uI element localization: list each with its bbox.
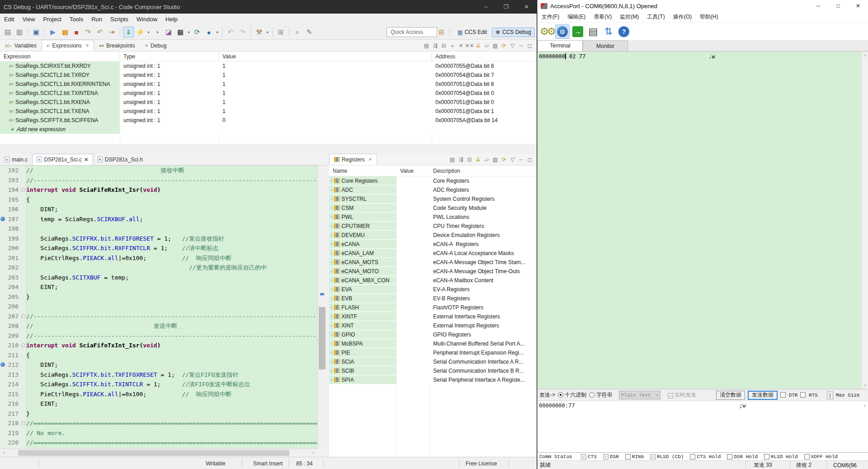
fold-margin[interactable]: −: [20, 418, 26, 428]
fold-margin[interactable]: [20, 389, 26, 399]
step-over-icon[interactable]: ↶: [94, 27, 105, 38]
expander-icon[interactable]: ›: [331, 222, 332, 231]
register-row[interactable]: ›XINTFExternal Interface Registers: [329, 312, 537, 321]
register-row[interactable]: ›SYSCTRLSystem Control Registers: [329, 194, 537, 204]
breakpoint-margin[interactable]: [0, 166, 5, 175]
register-row[interactable]: ›XINTExternal Interrupt Registers: [329, 321, 537, 330]
radio-hex[interactable]: 十六进制: [558, 391, 586, 399]
menu-item-view[interactable]: View: [18, 14, 39, 25]
fold-margin[interactable]: [20, 243, 26, 253]
pin-icon[interactable]: ▨: [491, 156, 500, 164]
fold-margin[interactable]: [20, 224, 26, 234]
register-row[interactable]: ›ADCADC Registers: [329, 185, 537, 194]
radio-string[interactable]: 字符串: [589, 391, 612, 399]
fold-margin[interactable]: [20, 234, 26, 244]
send-icon[interactable]: →: [571, 24, 585, 39]
fold-margin[interactable]: [20, 360, 26, 370]
breakpoint-margin[interactable]: [0, 195, 5, 205]
remove-icon[interactable]: ✕: [457, 42, 465, 50]
link-with-icon[interactable]: ⇶: [431, 42, 439, 50]
search-icon[interactable]: ⌕: [292, 27, 303, 38]
breakpoint-margin[interactable]: [0, 234, 5, 244]
fold-margin[interactable]: [20, 195, 26, 205]
build-hammer-icon[interactable]: ⚒: [254, 27, 264, 38]
sphere-dropdown-icon[interactable]: ▾: [215, 30, 220, 34]
fold-margin[interactable]: [20, 204, 26, 214]
sync-icon[interactable]: ⇅: [601, 24, 616, 39]
breakpoint-icon[interactable]: [0, 217, 5, 221]
expander-icon[interactable]: ›: [331, 204, 332, 213]
breakpoint-margin[interactable]: [0, 409, 5, 419]
register-row[interactable]: ›CPUTIMERCPU Timer Registers: [329, 222, 537, 231]
breakpoint-margin[interactable]: [0, 418, 5, 428]
dtr-checkbox[interactable]: DTR: [780, 392, 797, 398]
menu-item-h[interactable]: 帮助(H): [696, 12, 722, 22]
expander-icon[interactable]: ›: [331, 357, 332, 366]
column-value[interactable]: Value: [396, 166, 429, 176]
minimize-icon[interactable]: ─: [517, 42, 525, 50]
fold-margin[interactable]: [20, 166, 26, 175]
expander-icon[interactable]: ›: [331, 267, 332, 276]
editor-tab-dsp281x-sci-h[interactable]: hDSP281x_Sci.h: [93, 154, 147, 165]
scroll-down-icon[interactable]: ∨: [862, 382, 868, 389]
expander-icon[interactable]: ›: [331, 176, 332, 185]
register-row[interactable]: ›GPIOGPIO Registers: [329, 330, 537, 339]
register-row[interactable]: ›eCANA_MOTSeCAN-A Message Object Time St…: [329, 258, 537, 267]
editor-hscrollbar[interactable]: ‹ ›: [0, 449, 317, 457]
breakpoint-margin[interactable]: [0, 185, 5, 195]
tab-breakpoints[interactable]: ●●Breakpoints: [94, 40, 140, 51]
breakpoint-margin[interactable]: [0, 341, 5, 351]
breakpoint-margin[interactable]: [0, 321, 5, 331]
register-row[interactable]: ›EVAEV-A Registers: [329, 285, 537, 294]
fold-margin[interactable]: [20, 331, 26, 341]
breakpoint-margin[interactable]: [0, 331, 5, 341]
scroll-thumb[interactable]: [18, 450, 289, 456]
expander-icon[interactable]: ›: [331, 303, 332, 312]
breakpoint-margin[interactable]: [0, 351, 5, 360]
expander-icon[interactable]: ›: [331, 276, 332, 285]
expander-icon[interactable]: ›: [331, 339, 332, 348]
expander-icon[interactable]: ›: [331, 231, 332, 240]
register-row[interactable]: ›EVBEV-B Registers: [329, 294, 537, 303]
register-row[interactable]: ›McBSPAMulti-Channel Buffered Serial Por…: [329, 339, 537, 348]
clear-data-button[interactable]: 清空数据: [716, 391, 745, 400]
expression-row[interactable]: (x)=SciaRegs.SCICTL1.bit.RXERRINTENAunsi…: [0, 80, 537, 89]
perspective-ccs-debug[interactable]: ✱ CCS Debug: [492, 28, 535, 37]
breakpoint-margin[interactable]: [0, 399, 5, 409]
expander-icon[interactable]: ›: [331, 194, 332, 204]
terminal-vscrollbar[interactable]: ∧ ∨: [861, 52, 868, 389]
menu-item-m[interactable]: 监控(M): [616, 12, 643, 22]
expression-row[interactable]: (x)=SciaRegs.SCICTL2.bit.TXINTENAunsigne…: [0, 89, 537, 98]
breakpoint-annotation[interactable]: [320, 293, 324, 295]
fold-margin[interactable]: −: [20, 185, 26, 195]
fold-margin[interactable]: [20, 302, 26, 312]
column-value[interactable]: Value: [219, 52, 432, 62]
fold-margin[interactable]: [20, 379, 26, 389]
power-icon[interactable]: ⊙: [555, 24, 570, 39]
refresh-icon[interactable]: ⟳: [192, 27, 203, 38]
register-row[interactable]: ›SCIASerial Communication Interface A R.…: [329, 357, 537, 366]
maximize-button[interactable]: □: [828, 0, 848, 12]
breakpoint-margin[interactable]: [0, 214, 5, 224]
menu-item-scripts[interactable]: Scripts: [106, 14, 132, 25]
scroll-left-icon[interactable]: ‹: [0, 449, 8, 456]
fold-margin[interactable]: −: [20, 312, 26, 322]
breakpoint-margin[interactable]: [0, 438, 5, 448]
menu-item-help[interactable]: Help: [161, 14, 182, 25]
register-row[interactable]: ›DEVEMUDevice Emulation Registers: [329, 231, 537, 240]
terminal-view[interactable]: 00000000 02 77 .w ∧ ∨: [538, 52, 868, 389]
fold-margin[interactable]: [20, 292, 26, 302]
fold-margin[interactable]: [20, 399, 26, 409]
scroll-up-icon[interactable]: ∧: [862, 52, 868, 59]
resume-icon[interactable]: ▶: [47, 27, 58, 38]
restore-button[interactable]: ❐: [496, 0, 516, 14]
expander-icon[interactable]: ›: [331, 240, 332, 249]
close-button[interactable]: ✕: [848, 0, 868, 12]
editor-vscrollbar[interactable]: [317, 166, 326, 449]
build-dropdown-icon[interactable]: ▾: [265, 30, 270, 34]
chip-icon[interactable]: ▦: [175, 27, 186, 38]
fold-collapse-icon[interactable]: −: [21, 421, 25, 425]
expander-icon[interactable]: ›: [331, 185, 332, 194]
menu-item-tools[interactable]: Tools: [66, 14, 87, 25]
help-icon[interactable]: ?: [617, 24, 631, 39]
